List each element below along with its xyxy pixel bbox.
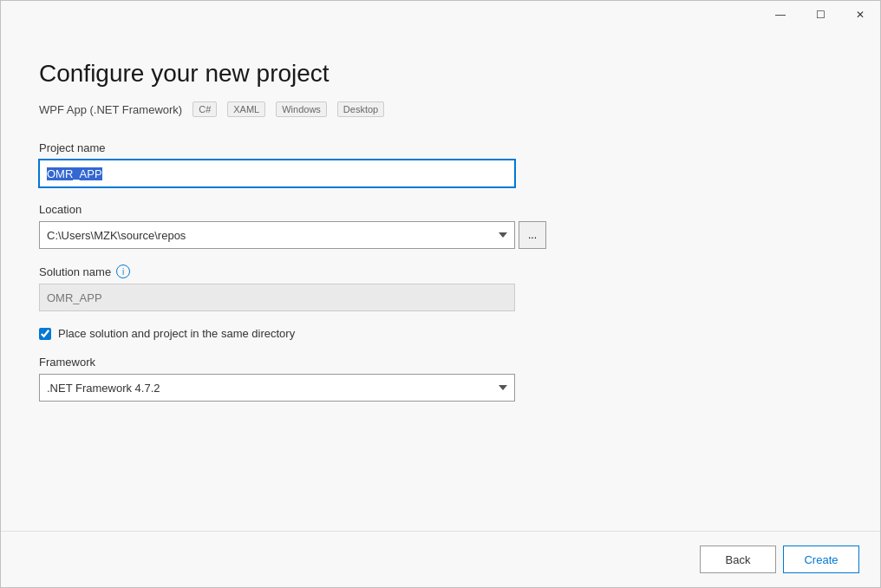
form-section: Project name Location C:\Users\MZK\sourc… [39, 141, 842, 510]
restore-button[interactable]: ☐ [800, 1, 840, 29]
location-row: C:\Users\MZK\source\repos ... [39, 221, 842, 249]
app-type-label: WPF App (.NET Framework) [39, 103, 182, 116]
close-button[interactable]: ✕ [840, 1, 880, 29]
browse-button[interactable]: ... [519, 221, 546, 249]
checkbox-row: Place solution and project in the same d… [39, 327, 842, 340]
framework-dropdown[interactable]: .NET Framework 4.7.2 .NET Framework 4.8 … [39, 374, 515, 402]
info-icon[interactable]: i [116, 265, 130, 278]
tag-csharp: C# [193, 101, 217, 117]
minimize-button[interactable]: — [760, 1, 800, 29]
location-dropdown[interactable]: C:\Users\MZK\source\repos [39, 221, 515, 249]
project-name-input[interactable] [39, 160, 515, 187]
tag-desktop: Desktop [337, 101, 384, 117]
solution-name-group: Solution name i [39, 265, 842, 311]
solution-name-label: Solution name i [39, 265, 842, 278]
location-group: Location C:\Users\MZK\source\repos ... [39, 203, 842, 249]
back-button[interactable]: Back [700, 546, 776, 573]
tag-windows: Windows [276, 101, 327, 117]
framework-group: Framework .NET Framework 4.7.2 .NET Fram… [39, 356, 842, 402]
create-button[interactable]: Create [783, 546, 859, 573]
page-title: Configure your new project [39, 60, 842, 88]
footer: Back Create [1, 531, 880, 587]
tag-xaml: XAML [227, 101, 265, 117]
subtitle-row: WPF App (.NET Framework) C# XAML Windows… [39, 101, 842, 117]
checkbox-label[interactable]: Place solution and project in the same d… [58, 327, 295, 340]
project-name-label: Project name [39, 141, 842, 154]
location-label: Location [39, 203, 842, 216]
titlebar: — ☐ ✕ [1, 1, 880, 29]
main-content: Configure your new project WPF App (.NET… [1, 29, 880, 531]
main-window: — ☐ ✕ Configure your new project WPF App… [0, 0, 881, 588]
project-name-group: Project name [39, 141, 842, 187]
solution-name-input[interactable] [39, 284, 515, 311]
framework-label: Framework [39, 356, 842, 369]
same-directory-checkbox[interactable] [39, 328, 51, 340]
